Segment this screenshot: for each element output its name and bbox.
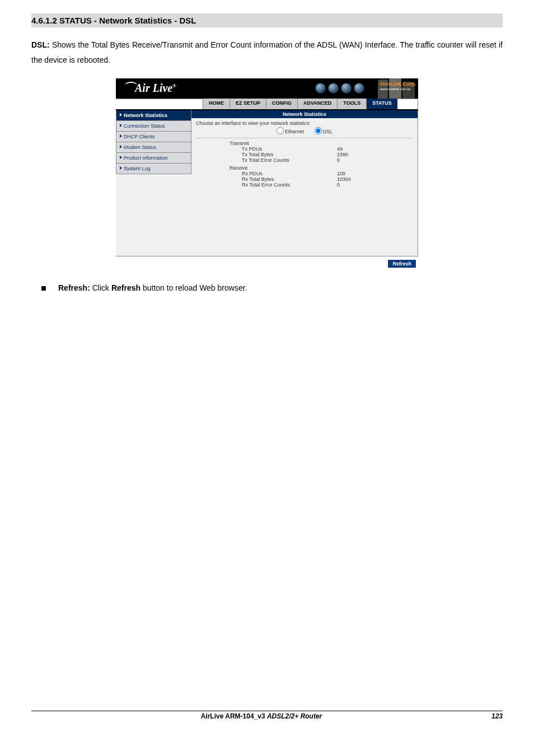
tab-home[interactable]: HOME bbox=[203, 99, 230, 109]
globe-icon[interactable] bbox=[354, 83, 364, 94]
tx-pdus-row: Tx PDUs49 bbox=[196, 146, 413, 152]
tab-advanced[interactable]: ADVANCED bbox=[298, 99, 338, 109]
tx-errors-row: Tx Total Error Counts0 bbox=[196, 157, 413, 163]
bullet-refresh-word: Refresh bbox=[111, 283, 140, 292]
bullet-text-2: button to reload Web browser. bbox=[140, 283, 247, 292]
rx-bytes-row: Rx Total Bytes10394 bbox=[196, 176, 413, 182]
tab-spacer bbox=[116, 99, 203, 109]
page-footer: AirLive ARM-104_v3 ADSL2/2+ Router 123 bbox=[31, 711, 503, 720]
globe-icon[interactable] bbox=[341, 83, 352, 94]
sidebar-item-product-information[interactable]: Product Information bbox=[116, 153, 191, 164]
bullet-refresh-label: Refresh: bbox=[58, 283, 90, 292]
tab-ezsetup[interactable]: EZ SETUP bbox=[230, 99, 266, 109]
footer-title: AirLive ARM-104_v3 ADSL2/2+ Router bbox=[201, 712, 322, 720]
header-icons bbox=[315, 83, 364, 94]
tab-config[interactable]: CONFIG bbox=[266, 99, 298, 109]
square-bullet-icon bbox=[41, 286, 46, 291]
sidebar: Network Statistics Connection Status DHC… bbox=[116, 110, 191, 256]
main-panel: Network Statistics Choose an interface t… bbox=[191, 110, 418, 256]
interface-radios: Ethernet DSL bbox=[196, 126, 413, 138]
transmit-label: Transmit bbox=[196, 138, 413, 146]
dsl-label: DSL: bbox=[31, 40, 50, 49]
sidebar-item-connection-status[interactable]: Connection Status bbox=[116, 121, 191, 132]
choose-text: Choose an interface to view your network… bbox=[196, 120, 413, 126]
dsl-text: Shows the Total Bytes Receive/Transmit a… bbox=[31, 40, 503, 64]
tab-blank bbox=[397, 99, 418, 109]
dsl-description: DSL: Shows the Total Bytes Receive/Trans… bbox=[31, 38, 503, 67]
globe-icon[interactable] bbox=[328, 83, 339, 94]
globe-icon[interactable] bbox=[315, 83, 326, 94]
radio-dsl[interactable]: DSL bbox=[315, 129, 333, 134]
tx-bytes-row: Tx Total Bytes2390 bbox=[196, 152, 413, 157]
top-tabs: HOME EZ SETUP CONFIG ADVANCED TOOLS STAT… bbox=[116, 99, 418, 109]
receive-label: Receive bbox=[196, 163, 413, 171]
router-header: Air Live® OvisLink Corp. www.ovislink.co… bbox=[116, 78, 418, 99]
footer-page-number: 123 bbox=[491, 712, 503, 720]
sidebar-item-network-statistics[interactable]: Network Statistics bbox=[116, 110, 191, 121]
refresh-button[interactable]: Refresh bbox=[388, 260, 416, 268]
tab-tools[interactable]: TOOLS bbox=[338, 99, 367, 109]
bullet-text-1: Click bbox=[90, 283, 111, 292]
radio-ethernet[interactable]: Ethernet bbox=[277, 129, 304, 134]
airlive-logo: Air Live® bbox=[125, 82, 176, 95]
router-screenshot: Air Live® OvisLink Corp. www.ovislink.co… bbox=[116, 78, 418, 269]
sidebar-item-dhcp-clients[interactable]: DHCP Clients bbox=[116, 132, 191, 142]
panel-title: Network Statistics bbox=[191, 110, 418, 118]
sidebar-item-system-log[interactable]: System Log bbox=[116, 164, 191, 174]
sidebar-item-modem-status[interactable]: Modem Status bbox=[116, 142, 191, 153]
panel-footer: Refresh bbox=[116, 256, 418, 269]
refresh-bullet: Refresh: Click Refresh button to reload … bbox=[31, 283, 503, 292]
rx-pdus-row: Rx PDUs109 bbox=[196, 171, 413, 176]
ovislink-label: OvisLink Corp. www.ovislink.com.tw bbox=[380, 82, 416, 91]
tab-status[interactable]: STATUS bbox=[367, 99, 397, 109]
rx-errors-row: Rx Total Error Counts0 bbox=[196, 182, 413, 188]
section-heading: 4.6.1.2 STATUS - Network Statistics - DS… bbox=[31, 13, 503, 27]
